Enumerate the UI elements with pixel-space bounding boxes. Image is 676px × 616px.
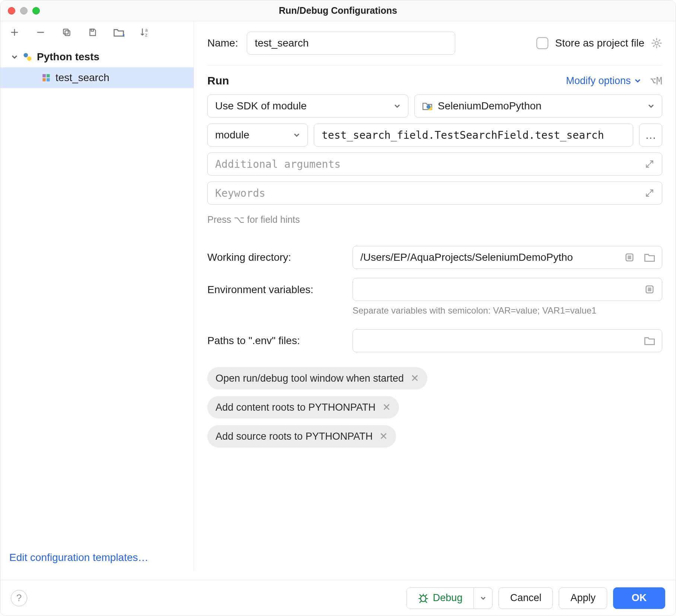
tree-item-test-search[interactable]: test_search [0, 67, 194, 88]
store-project-file: Store as project file [536, 37, 662, 49]
chip-content-roots[interactable]: Add content roots to PYTHONPATH ✕ [207, 396, 399, 418]
svg-rect-1 [63, 29, 68, 34]
svg-point-6 [24, 53, 28, 58]
envfiles-label: Paths to ".env" files: [207, 335, 345, 347]
chevron-down-icon [634, 77, 641, 84]
target-more-button[interactable]: … [639, 123, 662, 147]
envfiles-row: Paths to ".env" files: [207, 329, 662, 352]
modify-options-label: Modify options [566, 75, 631, 87]
store-project-file-label: Store as project file [555, 37, 644, 49]
body: + az Python tests [0, 21, 676, 571]
python-tests-icon [22, 51, 33, 62]
edit-templates-link[interactable]: Edit configuration templates… [9, 552, 149, 563]
svg-rect-8 [42, 74, 46, 77]
pytest-icon [41, 72, 52, 83]
tree-group-label: Python tests [37, 51, 99, 63]
apply-button[interactable]: Apply [559, 587, 607, 609]
additional-args-input[interactable]: Additional arguments [207, 153, 662, 176]
keywords-row: Keywords [207, 182, 662, 205]
chevron-down-icon [293, 132, 300, 138]
svg-point-14 [427, 105, 431, 109]
chip-label: Add content roots to PYTHONPATH [216, 402, 376, 413]
svg-rect-2 [91, 29, 94, 31]
cancel-label: Cancel [510, 592, 541, 604]
workdir-field [353, 246, 662, 269]
name-input[interactable] [247, 32, 455, 55]
env-input[interactable] [353, 278, 662, 301]
sdk-mode-select[interactable]: Use SDK of module [207, 94, 408, 118]
envfiles-input[interactable] [353, 329, 662, 352]
debug-split-button: Debug [406, 587, 493, 609]
svg-text:z: z [145, 32, 147, 38]
gear-icon[interactable] [651, 38, 662, 49]
section-title: Run [207, 74, 229, 87]
target-kind-value: module [215, 129, 249, 141]
env-label: Environment variables: [207, 278, 345, 296]
debug-button[interactable]: Debug [406, 587, 474, 609]
dialog-footer: ? Debug Cancel Apply OK [0, 580, 676, 616]
svg-rect-11 [47, 78, 50, 81]
expand-icon[interactable] [645, 159, 654, 169]
module-value: SeleniumDemoPython [438, 100, 542, 112]
window-title: Run/Debug Configurations [0, 5, 676, 16]
apply-label: Apply [570, 592, 596, 604]
move-to-folder-button[interactable]: + [111, 25, 126, 40]
workdir-row: Working directory: [207, 246, 662, 269]
chevron-down-icon [648, 103, 654, 109]
keywords-input[interactable]: Keywords [207, 182, 662, 205]
bug-icon [418, 593, 428, 603]
workdir-input[interactable] [353, 246, 662, 269]
sdk-mode-value: Use SDK of module [215, 100, 307, 112]
target-value-input[interactable] [314, 123, 633, 147]
save-config-button[interactable] [85, 25, 100, 40]
cancel-button[interactable]: Cancel [498, 587, 553, 609]
chip-label: Open run/debug tool window when started [216, 373, 404, 384]
keywords-placeholder: Keywords [215, 187, 265, 199]
tree-group-python-tests[interactable]: Python tests [0, 46, 194, 67]
chip-source-roots[interactable]: Add source roots to PYTHONPATH ✕ [207, 425, 396, 447]
close-icon[interactable]: ✕ [382, 401, 391, 413]
chip-label: Add source roots to PYTHONPATH [216, 431, 373, 442]
add-config-button[interactable] [7, 25, 22, 40]
additional-args-placeholder: Additional arguments [215, 158, 341, 170]
sidebar: + az Python tests [0, 21, 194, 571]
folder-icon[interactable] [643, 251, 656, 264]
field-hints: Press ⌥ for field hints [207, 214, 662, 225]
main-panel: Name: Store as project file Run Modify o… [194, 21, 676, 571]
ok-button[interactable]: OK [613, 587, 665, 609]
copy-config-button[interactable] [59, 25, 74, 40]
chip-open-tool-window[interactable]: Open run/debug tool window when started … [207, 367, 427, 389]
sdk-row: Use SDK of module SeleniumDemoPython [207, 94, 662, 118]
additional-args-row: Additional arguments [207, 153, 662, 176]
debug-dropdown-button[interactable] [474, 587, 492, 609]
options-chips: Open run/debug tool window when started … [207, 367, 662, 447]
svg-point-17 [421, 596, 426, 601]
titlebar: Run/Debug Configurations [0, 0, 676, 21]
help-icon: ? [16, 592, 22, 604]
ok-label: OK [632, 592, 647, 604]
modify-options-shortcut: ⌥M [650, 75, 662, 87]
target-kind-select[interactable]: module [207, 123, 308, 147]
list-icon[interactable] [643, 283, 656, 296]
envfiles-field [353, 329, 662, 352]
debug-label: Debug [433, 592, 463, 604]
module-select[interactable]: SeleniumDemoPython [414, 94, 662, 118]
modify-options-link[interactable]: Modify options [566, 75, 641, 87]
svg-text:a: a [145, 28, 148, 33]
remove-config-button[interactable] [33, 25, 48, 40]
name-row: Name: Store as project file [207, 32, 662, 55]
close-icon[interactable]: ✕ [379, 430, 388, 442]
store-project-file-checkbox[interactable] [536, 37, 548, 49]
chevron-down-icon [11, 53, 18, 61]
folder-icon[interactable] [643, 334, 656, 347]
sidebar-footer: Edit configuration templates… [0, 544, 194, 571]
sort-button[interactable]: az [137, 25, 152, 40]
config-tree: Python tests test_search [0, 44, 194, 91]
help-button[interactable]: ? [11, 590, 27, 606]
expand-icon[interactable] [645, 188, 654, 198]
close-icon[interactable]: ✕ [411, 372, 419, 384]
svg-rect-9 [47, 74, 50, 77]
name-label: Name: [207, 37, 238, 49]
list-icon[interactable] [623, 251, 636, 264]
target-row: module … [207, 123, 662, 147]
